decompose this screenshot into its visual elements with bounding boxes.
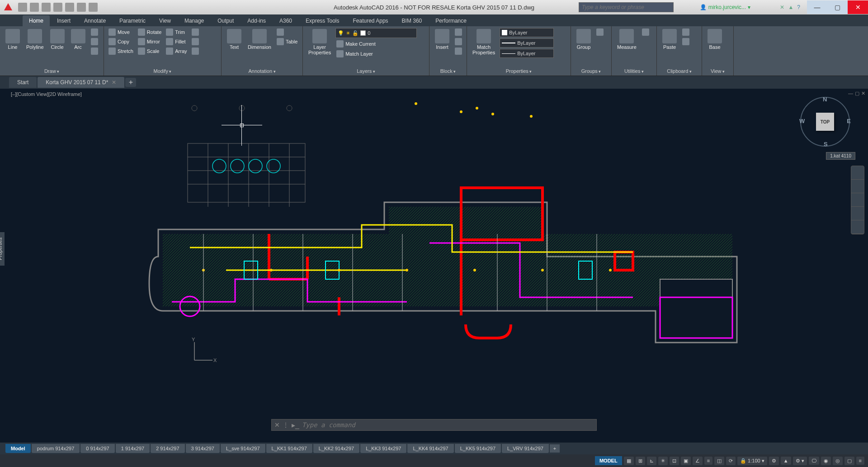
qat-undo-icon[interactable]: [77, 3, 86, 12]
layout-tab-4[interactable]: 2 914x297: [151, 444, 184, 453]
modify-extra2[interactable]: [191, 38, 200, 46]
measure-button[interactable]: Measure: [615, 28, 638, 51]
base-button[interactable]: Base: [706, 28, 724, 51]
tab-express[interactable]: Express Tools: [299, 15, 345, 26]
close-button[interactable]: ✕: [848, 0, 868, 14]
qat-open-icon[interactable]: [30, 3, 39, 12]
table-button[interactable]: Table: [276, 38, 298, 46]
status-polar-icon[interactable]: ✳: [658, 457, 668, 465]
draw-extra3[interactable]: [90, 47, 99, 55]
tab-performance[interactable]: Performance: [429, 15, 473, 26]
dimension-button[interactable]: Dimension: [246, 28, 273, 51]
status-ortho-icon[interactable]: ⊾: [647, 457, 656, 465]
block-extra1[interactable]: [454, 28, 463, 36]
layout-tab-model[interactable]: Model: [5, 444, 31, 453]
color-combo[interactable]: ByLayer: [500, 28, 554, 37]
array-button[interactable]: Array: [165, 47, 188, 55]
panel-clipboard-title[interactable]: Clipboard: [660, 67, 698, 75]
nav-pan-icon[interactable]: [851, 180, 864, 193]
tab-featured[interactable]: Featured Apps: [347, 15, 395, 26]
draw-extra1[interactable]: [90, 28, 99, 36]
viewcube[interactable]: TOP N S E W: [800, 97, 850, 147]
text-button[interactable]: Text: [225, 28, 243, 51]
nav-showmotion-icon[interactable]: [851, 220, 864, 234]
line-button[interactable]: Line: [4, 28, 22, 51]
close-tab-icon[interactable]: ✕: [112, 79, 116, 86]
tab-annotate[interactable]: Annotate: [78, 15, 112, 26]
cut-button[interactable]: [681, 28, 690, 36]
tab-manage[interactable]: Manage: [178, 15, 210, 26]
exchange-icon[interactable]: ✕: [780, 4, 784, 10]
status-cycling-icon[interactable]: ⟳: [726, 457, 736, 465]
layout-tab-6[interactable]: L_sve 914x297: [221, 444, 265, 453]
layout-tab-3[interactable]: 1 914x297: [116, 444, 150, 453]
file-tab-drawing[interactable]: Korta GHV 2015 07 11 D*✕: [38, 77, 124, 88]
nav-wheel-icon[interactable]: [851, 166, 864, 180]
status-cleanscreen-icon[interactable]: ▢: [844, 457, 854, 465]
status-annovis-icon[interactable]: ▲: [781, 457, 791, 465]
trim-button[interactable]: Trim: [165, 28, 188, 36]
status-lineweight-icon[interactable]: ≡: [704, 457, 712, 465]
make-current-button[interactable]: Make Current: [335, 40, 417, 48]
a360-icon[interactable]: ▲: [788, 4, 793, 10]
layer-combo[interactable]: 💡 ☀ 🔓 0: [335, 28, 417, 38]
match-layer-button[interactable]: Match Layer: [335, 50, 417, 58]
status-hardware-icon[interactable]: ◉: [821, 457, 831, 465]
circle-button[interactable]: Circle: [48, 28, 66, 51]
autocad-logo-icon[interactable]: [2, 1, 14, 14]
minimize-button[interactable]: —: [807, 0, 827, 14]
lineweight-combo[interactable]: ByLayer: [500, 38, 554, 48]
cmdline-close-icon[interactable]: ✕: [274, 421, 280, 429]
qat-plot-icon[interactable]: [65, 3, 74, 12]
polyline-button[interactable]: Polyline: [24, 28, 46, 51]
tab-view[interactable]: View: [153, 15, 177, 26]
insert-button[interactable]: Insert: [433, 28, 451, 51]
panel-properties-title[interactable]: Properties: [471, 67, 567, 75]
leader-button[interactable]: [276, 28, 298, 36]
qat-save-icon[interactable]: [42, 3, 51, 12]
arc-button[interactable]: Arc: [69, 28, 87, 51]
user-account[interactable]: 👤 mirko.jurcevic... ▾: [700, 4, 750, 10]
copy-button[interactable]: Copy: [108, 38, 134, 46]
panel-block-title[interactable]: Block: [433, 67, 463, 75]
scale-button[interactable]: Scale: [137, 47, 162, 55]
status-customize-icon[interactable]: ≡: [856, 457, 864, 465]
tab-parametric[interactable]: Parametric: [113, 15, 152, 26]
panel-layers-title[interactable]: Layers: [307, 67, 425, 75]
rotate-button[interactable]: Rotate: [137, 28, 162, 36]
layout-tab-5[interactable]: 3 914x297: [186, 444, 220, 453]
viewcube-west[interactable]: W: [799, 118, 805, 124]
stretch-button[interactable]: Stretch: [108, 47, 134, 55]
help-search-input[interactable]: [579, 2, 674, 12]
block-extra2[interactable]: [454, 38, 463, 46]
tab-a360[interactable]: A360: [273, 15, 298, 26]
modify-extra1[interactable]: [191, 28, 200, 36]
nav-zoom-icon[interactable]: [851, 193, 864, 207]
viewcube-north[interactable]: N: [823, 96, 827, 103]
panel-utilities-title[interactable]: Utilities: [615, 67, 653, 75]
group-button[interactable]: Group: [575, 28, 593, 51]
viewcube-top-face[interactable]: TOP: [816, 113, 834, 131]
status-annoscale[interactable]: 🔒 1:100 ▾: [737, 457, 767, 465]
tab-home[interactable]: Home: [23, 15, 50, 26]
nav-orbit-icon[interactable]: [851, 207, 864, 220]
block-extra3[interactable]: [454, 47, 463, 55]
fillet-button[interactable]: Fillet: [165, 38, 188, 46]
drawing-canvas[interactable]: [–][Custom View][2D Wireframe] — ▢ ✕ Pro…: [0, 89, 868, 443]
copy-clip-button[interactable]: [681, 38, 690, 46]
layout-tab-2[interactable]: 0 914x297: [80, 444, 114, 453]
qat-saveas-icon[interactable]: [53, 3, 62, 12]
status-monitor-icon[interactable]: 🖵: [809, 457, 819, 465]
command-line[interactable]: ✕ ⋮ ▸_: [271, 419, 597, 431]
panel-annotation-title[interactable]: Annotation: [225, 67, 299, 75]
command-input[interactable]: [302, 421, 594, 429]
layout-tab-12[interactable]: L_VRV 914x297: [502, 444, 549, 453]
ucs-icon[interactable]: X Y: [190, 338, 217, 366]
status-model-indicator[interactable]: MODEL: [595, 456, 622, 465]
viewcube-east[interactable]: E: [847, 118, 851, 124]
layer-properties-button[interactable]: LayerProperties: [307, 28, 333, 56]
panel-draw-title[interactable]: Draw: [4, 67, 100, 75]
modify-extra3[interactable]: [191, 47, 200, 55]
add-layout-tab[interactable]: +: [550, 444, 560, 453]
status-grid-icon[interactable]: ▦: [624, 457, 634, 465]
